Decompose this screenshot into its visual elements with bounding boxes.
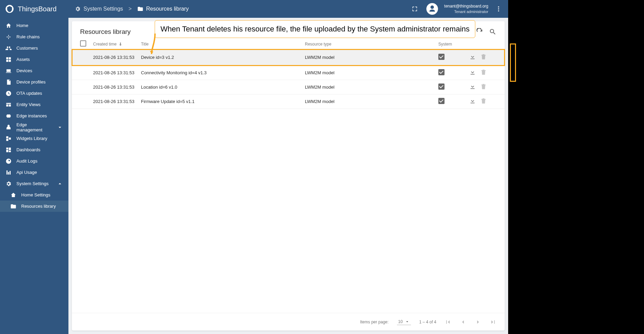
nav-label: Home Settings: [21, 192, 50, 197]
nav-item-folder[interactable]: Resources library: [0, 201, 68, 212]
system-checkbox: [438, 54, 445, 60]
nav-item-devices[interactable]: Devices: [0, 65, 68, 76]
breadcrumb-current[interactable]: Resources library: [137, 6, 189, 12]
cell-time: 2021-08-26 13:31:53: [93, 85, 141, 90]
nav-item-assets[interactable]: Assets: [0, 54, 68, 65]
cell-title: Connectivity Monitoring id=4 v1.3: [141, 70, 305, 75]
breadcrumb-separator: >: [129, 6, 132, 12]
cell-title: Firmware Update id=5 v1.1: [141, 99, 305, 104]
delete-icon: [480, 53, 487, 60]
nav-item-edge[interactable]: Edge instances: [0, 110, 68, 121]
homeset-icon: [10, 192, 16, 198]
nav-item-rules[interactable]: Rule chains: [0, 31, 68, 42]
table-row[interactable]: 2021-08-26 13:31:53Location id=6 v1.0LWM…: [72, 80, 505, 94]
svg-point-0: [498, 7, 499, 8]
download-icon[interactable]: [469, 53, 476, 60]
page-title: Resources library: [80, 28, 131, 36]
next-page-icon[interactable]: [475, 319, 481, 325]
nav-label: Edge management: [16, 122, 52, 132]
table-row[interactable]: 2021-08-26 13:31:53Device id=3 v1.2LWM2M…: [72, 49, 505, 66]
ota-icon: [5, 90, 12, 97]
download-icon[interactable]: [469, 98, 476, 104]
cell-time: 2021-08-26 13:31:53: [93, 55, 141, 60]
nav-label: Device profiles: [16, 79, 46, 85]
chevron-down-icon: [57, 124, 63, 130]
select-all-checkbox[interactable]: [80, 40, 86, 47]
col-resource-type[interactable]: Resource type: [305, 42, 438, 47]
nav-item-audit[interactable]: Audit Logs: [0, 155, 68, 167]
arrow-down-icon: [118, 42, 123, 47]
system-checkbox: [438, 98, 445, 104]
nav-item-edgemgmt[interactable]: Edge management: [0, 121, 68, 133]
nav-label: Dashboards: [16, 147, 40, 152]
cell-type: LWM2M model: [305, 55, 438, 60]
api-icon: [5, 169, 12, 176]
table-row[interactable]: 2021-08-26 13:31:53Connectivity Monitori…: [72, 66, 505, 80]
nav-item-settings[interactable]: System Settings: [0, 178, 68, 189]
edge-icon: [5, 113, 12, 119]
nav-label: Rule chains: [16, 34, 40, 39]
more-vert-icon[interactable]: [495, 5, 502, 12]
edgemgmt-icon: [5, 124, 12, 130]
fullscreen-icon[interactable]: [411, 5, 418, 12]
nav-item-customers[interactable]: Customers: [0, 42, 68, 54]
table-header: Created time Title Resource type System: [72, 39, 505, 49]
user-info: tenant@thingsboard.org Tenant administra…: [444, 4, 488, 14]
cell-type: LWM2M model: [305, 99, 438, 104]
gear-icon: [75, 6, 81, 12]
search-icon[interactable]: [489, 28, 497, 36]
chevron-up-icon: [57, 181, 63, 187]
user-avatar[interactable]: [426, 3, 438, 15]
thingsboard-icon: [5, 4, 14, 14]
col-title[interactable]: Title: [141, 42, 305, 47]
table-row[interactable]: 2021-08-26 13:31:53Firmware Update id=5 …: [72, 94, 505, 109]
nav-label: Customers: [16, 46, 38, 51]
nav-label: Home: [16, 23, 28, 28]
page-area: Resources library When Tenant deletes hi…: [68, 18, 508, 334]
profiles-icon: [5, 79, 12, 85]
nav-item-homeset[interactable]: Home Settings: [0, 189, 68, 201]
nav-item-views[interactable]: Entity Views: [0, 99, 68, 110]
download-icon[interactable]: [469, 83, 476, 90]
breadcrumb-parent[interactable]: System Settings: [75, 6, 123, 12]
delete-icon: [480, 83, 487, 90]
page-size-select[interactable]: 10: [397, 319, 411, 325]
nav-item-ota[interactable]: OTA updates: [0, 88, 68, 99]
nav-item-profiles[interactable]: Device profiles: [0, 76, 68, 88]
cell-time: 2021-08-26 13:31:53: [93, 99, 141, 104]
nav-list: HomeRule chainsCustomersAssetsDevicesDev…: [0, 20, 68, 212]
col-system[interactable]: System: [438, 42, 469, 47]
brand-name: ThingsBoard: [18, 5, 56, 13]
folder-icon: [10, 203, 16, 209]
nav-label: Api Usage: [16, 170, 37, 175]
last-page-icon[interactable]: [490, 319, 497, 325]
col-created-time[interactable]: Created time: [93, 42, 141, 47]
prev-page-icon[interactable]: [460, 319, 466, 325]
nav-item-home[interactable]: Home: [0, 20, 68, 31]
nav-item-api[interactable]: Api Usage: [0, 167, 68, 178]
topbar: System Settings > Resources library tena…: [68, 0, 508, 18]
nav-label: Audit Logs: [16, 158, 37, 164]
nav-label: System Settings: [16, 181, 49, 186]
user-role: Tenant administrator: [444, 9, 488, 14]
nav-item-widgets[interactable]: Widgets Library: [0, 133, 68, 144]
nav-item-dash[interactable]: Dashboards: [0, 144, 68, 155]
pagination: Items per page: 10 1 – 4 of 4: [72, 313, 505, 331]
resources-card: Resources library When Tenant deletes hi…: [72, 21, 505, 331]
refresh-icon[interactable]: [476, 28, 484, 36]
items-per-page-label: Items per page:: [360, 320, 388, 324]
nav-label: OTA updates: [16, 91, 42, 96]
dash-icon: [5, 147, 12, 153]
annotation-arrow-icon: [150, 34, 160, 57]
sidebar: ThingsBoard HomeRule chainsCustomersAsse…: [0, 0, 68, 334]
delete-icon: [480, 69, 487, 76]
assets-icon: [5, 56, 12, 63]
download-icon[interactable]: [469, 69, 476, 76]
brand-logo[interactable]: ThingsBoard: [0, 0, 68, 20]
cell-title: Device id=3 v1.2: [141, 55, 305, 60]
page-range: 1 – 4 of 4: [419, 320, 436, 324]
first-page-icon[interactable]: [445, 319, 451, 325]
widgets-icon: [5, 136, 12, 142]
system-checkbox: [438, 69, 445, 75]
devices-icon: [5, 68, 12, 74]
